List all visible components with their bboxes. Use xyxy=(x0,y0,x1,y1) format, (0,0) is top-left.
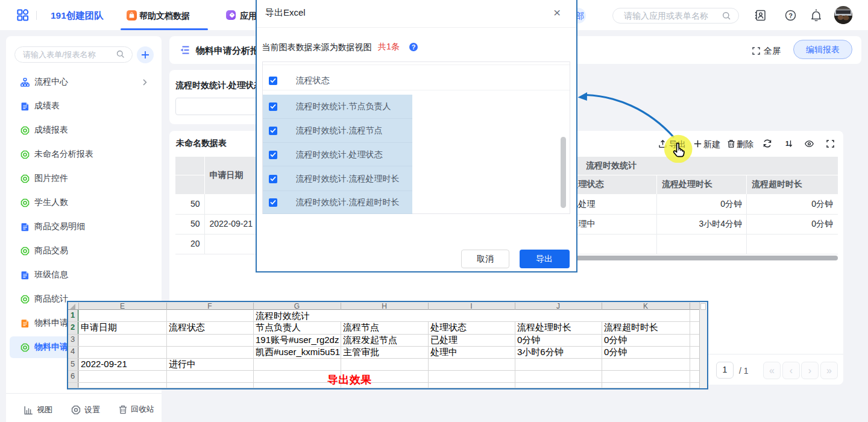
svg-text:?: ? xyxy=(788,12,793,19)
svg-text:1: 1 xyxy=(785,140,789,147)
